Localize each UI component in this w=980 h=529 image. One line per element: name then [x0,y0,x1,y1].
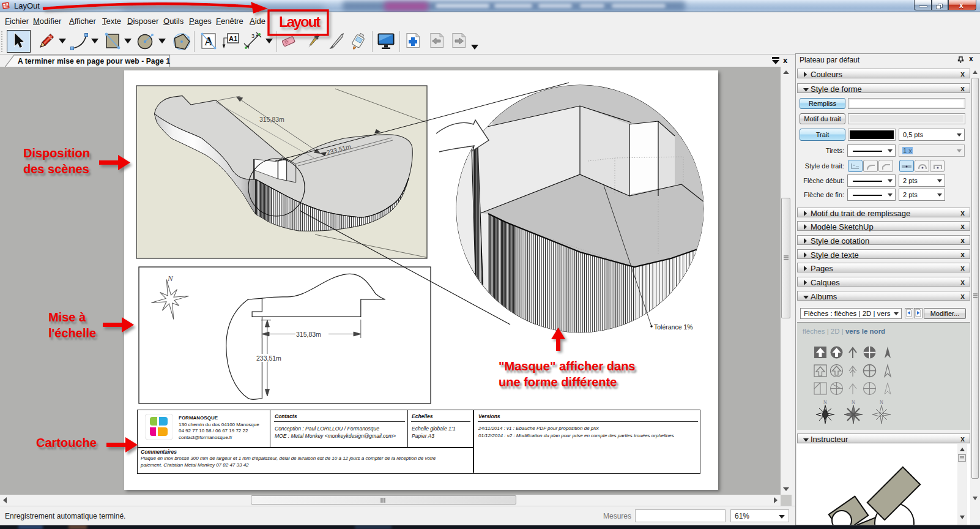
svg-text:3: 3 [251,33,254,39]
svg-text:315,83m: 315,83m [259,116,284,123]
svg-text:N: N [823,400,827,405]
svg-text:315,83m: 315,83m [296,331,321,338]
svg-text:Tolérance 1%: Tolérance 1% [654,323,693,331]
svg-text:N: N [880,400,883,405]
svg-text:233,51m: 233,51m [256,355,281,362]
svg-text:A1: A1 [229,35,237,42]
svg-text:N: N [167,274,174,283]
svg-text:N: N [852,400,855,405]
